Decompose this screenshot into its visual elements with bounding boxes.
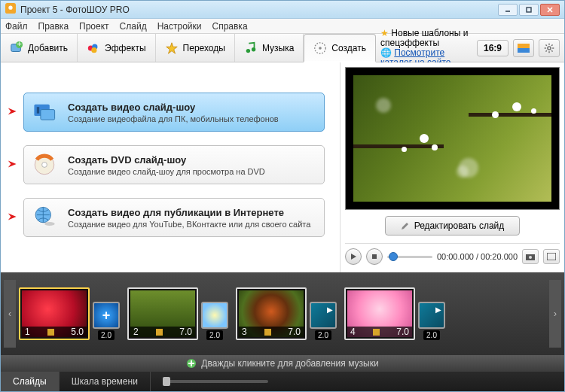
theme-button[interactable] xyxy=(513,39,534,57)
option-title: Создать DVD слайд-шоу xyxy=(68,154,265,166)
menu-edit[interactable]: Правка xyxy=(38,21,69,32)
timeline-scroll-right[interactable]: › xyxy=(549,280,561,348)
aspect-button[interactable]: 16:9 xyxy=(477,40,508,56)
maximize-button[interactable] xyxy=(519,4,539,16)
app-icon xyxy=(5,3,16,16)
transition-item[interactable]: 2.0 xyxy=(308,302,338,340)
create-dvd-option[interactable]: Создать DVD слайд-шоу Создание видео сла… xyxy=(23,145,325,184)
zoom-slider[interactable] xyxy=(151,380,564,383)
svg-point-11 xyxy=(91,47,96,53)
timecode: 00:00.000 / 00:20.000 xyxy=(437,252,518,261)
timeline-scroll-left[interactable]: ‹ xyxy=(4,280,16,348)
slide-thumbnail[interactable]: 15.0 xyxy=(19,287,90,340)
seek-slider[interactable] xyxy=(387,251,432,263)
slide-thumbnail[interactable]: 37.0 xyxy=(236,287,307,340)
menubar: Файл Правка Проект Слайд Настройки Справ… xyxy=(1,19,564,34)
slide-number: 1 xyxy=(25,327,30,337)
svg-point-41 xyxy=(529,256,532,259)
edit-slide-label: Редактировать слайд xyxy=(414,220,505,231)
option-subtitle: Создание видеофайла для ПК, мобильных те… xyxy=(68,114,279,123)
svg-line-24 xyxy=(545,44,546,45)
svg-rect-3 xyxy=(527,8,531,12)
svg-rect-31 xyxy=(37,107,39,114)
main-area: Создать видео слайд-шоу Создание видеофа… xyxy=(1,62,564,272)
pencil-icon xyxy=(47,329,54,336)
transition-duration: 2.0 xyxy=(423,330,440,340)
slide-duration: 7.0 xyxy=(179,327,192,337)
slide-duration: 5.0 xyxy=(71,327,84,337)
close-button[interactable] xyxy=(540,4,560,16)
tab-add[interactable]: + Добавить xyxy=(1,34,78,62)
create-video-option[interactable]: Создать видео слайд-шоу Создание видеофа… xyxy=(23,93,325,132)
option-title: Создать видео для публикации в Интернете xyxy=(68,207,310,218)
svg-marker-12 xyxy=(166,42,176,53)
titlebar: Проект 5 - ФотоШОУ PRO xyxy=(1,1,564,19)
slide-number: 4 xyxy=(350,327,356,337)
pencil-icon xyxy=(373,329,380,336)
fullscreen-button[interactable] xyxy=(543,249,560,264)
svg-marker-35 xyxy=(8,213,17,220)
edit-slide-button[interactable]: Редактировать слайд xyxy=(385,216,521,236)
bottom-tabs: Слайды Шкала времени xyxy=(1,372,564,391)
stop-button[interactable] xyxy=(366,248,383,265)
svg-rect-39 xyxy=(372,254,377,259)
slide-thumbnail[interactable]: 27.0 xyxy=(127,287,198,340)
star-icon: ★ xyxy=(380,28,389,38)
svg-point-19 xyxy=(548,46,551,49)
music-hint: Дважды кликните для добавления музыки xyxy=(201,358,378,369)
svg-rect-18 xyxy=(518,48,530,53)
svg-point-13 xyxy=(246,48,250,52)
app-window: Проект 5 - ФотоШОУ PRO Файл Правка Проек… xyxy=(0,0,565,392)
bottom-tab-timeline[interactable]: Шкала времени xyxy=(60,372,151,391)
transition-item[interactable]: 2.0 xyxy=(417,302,447,340)
pointer-arrow-icon xyxy=(7,106,20,119)
tab-music-label: Музыка xyxy=(262,43,294,53)
menu-slide[interactable]: Слайд xyxy=(120,21,147,32)
create-web-option[interactable]: Создать видео для публикации в Интернете… xyxy=(23,198,325,237)
settings-button[interactable] xyxy=(539,39,560,57)
svg-point-14 xyxy=(252,47,255,51)
option-subtitle: Создание видео слайд-шоу для просмотра н… xyxy=(68,167,265,176)
pencil-icon xyxy=(264,329,271,336)
pointer-arrow-icon xyxy=(7,159,20,172)
minimize-button[interactable] xyxy=(498,4,518,16)
preview-panel: Редактировать слайд 00:00.000 / 00:20.00… xyxy=(340,62,564,272)
menu-help[interactable]: Справка xyxy=(212,21,247,32)
toolbar-right: ★ Новые шаблоны и спецэффекты 🌐 Посмотри… xyxy=(376,34,564,62)
slide-item: 37.0 2.0 xyxy=(236,287,338,340)
svg-point-34 xyxy=(42,163,47,168)
menu-settings[interactable]: Настройки xyxy=(157,21,202,32)
svg-point-37 xyxy=(44,222,55,226)
svg-text:+: + xyxy=(17,41,21,48)
snapshot-button[interactable] xyxy=(522,249,539,264)
svg-marker-38 xyxy=(351,254,356,260)
svg-marker-28 xyxy=(8,108,17,114)
transition-item[interactable]: 2.0 xyxy=(200,302,230,340)
globe-icon: 🌐 xyxy=(380,47,392,58)
play-button[interactable] xyxy=(345,248,362,265)
slide-item: 27.0 2.0 xyxy=(127,287,230,340)
menu-file[interactable]: Файл xyxy=(5,21,28,32)
slide-item: 15.0 + 2.0 xyxy=(19,287,121,340)
slide-thumbnail[interactable]: 47.0 xyxy=(344,287,415,340)
tab-transitions[interactable]: Переходы xyxy=(156,34,235,62)
tab-effects-label: Эффекты xyxy=(105,43,146,53)
window-title: Проект 5 - ФотоШОУ PRO xyxy=(20,5,498,15)
bottom-tab-slides[interactable]: Слайды xyxy=(1,372,60,391)
create-panel: Создать видео слайд-шоу Создание видеофа… xyxy=(1,62,340,272)
menu-project[interactable]: Проект xyxy=(79,21,109,32)
tab-add-label: Добавить xyxy=(28,43,68,53)
transition-duration: 2.0 xyxy=(98,330,115,340)
svg-line-27 xyxy=(545,50,546,51)
slide-number: 2 xyxy=(133,327,139,337)
music-track[interactable]: Дважды кликните для добавления музыки xyxy=(1,355,564,372)
tab-create[interactable]: Создать xyxy=(304,34,376,62)
promo-line1: Новые шаблоны и спецэффекты xyxy=(380,28,468,48)
timeline: ‹ 15.0 + 2.0 27.0 2.0 37. xyxy=(1,272,564,355)
tab-music[interactable]: Музыка xyxy=(235,34,304,62)
preview-viewport xyxy=(345,67,560,210)
svg-point-16 xyxy=(319,47,322,50)
transition-item[interactable]: + 2.0 xyxy=(91,302,121,340)
svg-line-25 xyxy=(551,50,552,51)
tab-effects[interactable]: Эффекты xyxy=(78,34,156,62)
